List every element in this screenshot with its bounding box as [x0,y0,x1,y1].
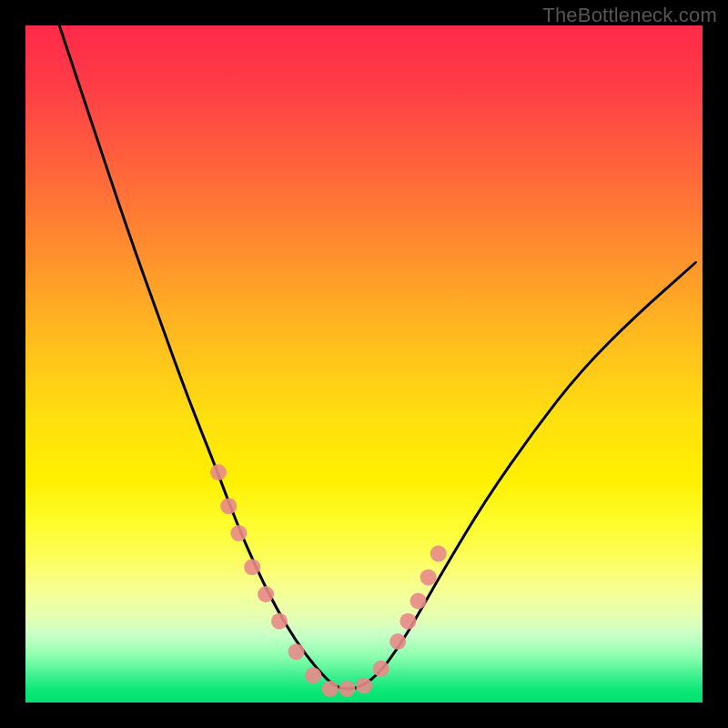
marker-dot [339,681,355,697]
marker-dot [410,592,427,609]
bottleneck-chart [25,25,703,703]
curve-line [59,25,695,689]
watermark-text: TheBottleneck.com [542,4,717,27]
marker-dot [220,498,237,514]
marker-dot [356,677,372,693]
marker-dot [230,525,247,541]
marker-group [210,464,447,697]
chart-frame: TheBottleneck.com [0,0,728,728]
marker-dot [210,464,227,480]
marker-dot [389,633,406,650]
marker-dot [399,613,416,630]
marker-dot [258,586,274,602]
marker-dot [373,661,389,677]
marker-dot [271,613,288,630]
marker-dot [420,569,437,585]
marker-dot [244,559,260,575]
marker-dot [288,643,305,660]
marker-dot [430,545,447,561]
marker-dot [322,681,339,697]
plot-area [25,25,703,703]
marker-dot [305,667,321,683]
